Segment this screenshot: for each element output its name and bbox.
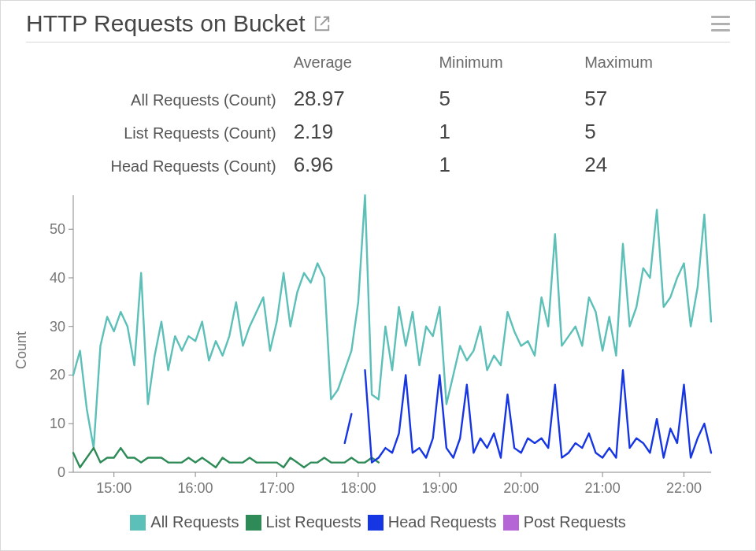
col-maximum: Maximum xyxy=(584,54,730,72)
svg-text:15:00: 15:00 xyxy=(96,480,132,496)
table-row: Head Requests (Count) 6.96 1 24 xyxy=(26,153,730,186)
legend-swatch xyxy=(130,515,146,531)
svg-text:0: 0 xyxy=(57,464,65,480)
legend-label: Post Requests xyxy=(524,513,626,531)
svg-text:22:00: 22:00 xyxy=(666,480,702,496)
legend-label: Head Requests xyxy=(388,513,497,531)
legend-swatch xyxy=(246,515,261,531)
svg-text:21:00: 21:00 xyxy=(585,480,621,496)
external-link-icon[interactable] xyxy=(313,15,331,32)
row-label: List Requests (Count) xyxy=(26,124,294,142)
table-row: All Requests (Count) 28.97 5 57 xyxy=(26,87,730,120)
svg-text:30: 30 xyxy=(50,319,65,335)
col-average: Average xyxy=(294,54,439,72)
panel-header: HTTP Requests on Bucket xyxy=(26,10,730,43)
panel-title: HTTP Requests on Bucket xyxy=(26,10,331,37)
line-chart: 0102030405015:0016:0017:0018:0019:0020:0… xyxy=(26,189,719,504)
y-axis-label: Count xyxy=(13,331,30,369)
metrics-panel: HTTP Requests on Bucket Average Minimum … xyxy=(0,0,756,551)
svg-text:16:00: 16:00 xyxy=(178,480,213,496)
cell-avg: 28.97 xyxy=(294,87,439,111)
panel-title-text: HTTP Requests on Bucket xyxy=(26,10,306,37)
stats-header-row: Average Minimum Maximum xyxy=(26,54,730,87)
cell-avg: 2.19 xyxy=(294,120,439,144)
cell-max: 57 xyxy=(584,87,730,111)
svg-text:19:00: 19:00 xyxy=(422,480,458,496)
chart-area: Count 0102030405015:0016:0017:0018:0019:… xyxy=(26,189,730,512)
legend-item[interactable]: Head Requests xyxy=(368,513,497,531)
legend-label: List Requests xyxy=(266,513,361,531)
cell-min: 1 xyxy=(439,153,584,177)
svg-text:50: 50 xyxy=(50,221,65,237)
legend-item[interactable]: Post Requests xyxy=(503,513,626,531)
stats-table: Average Minimum Maximum All Requests (Co… xyxy=(26,54,730,186)
svg-text:20:00: 20:00 xyxy=(503,480,539,496)
row-label: All Requests (Count) xyxy=(26,91,294,109)
chart-legend: All Requests List Requests Head Requests… xyxy=(26,513,730,531)
cell-avg: 6.96 xyxy=(294,153,439,177)
cell-max: 24 xyxy=(584,153,730,177)
table-row: List Requests (Count) 2.19 1 5 xyxy=(26,120,730,153)
svg-text:17:00: 17:00 xyxy=(259,480,295,496)
col-minimum: Minimum xyxy=(439,54,584,72)
hamburger-menu-icon[interactable] xyxy=(711,16,730,31)
svg-text:10: 10 xyxy=(50,416,65,431)
svg-text:18:00: 18:00 xyxy=(340,480,376,496)
row-label: Head Requests (Count) xyxy=(26,157,294,176)
legend-swatch xyxy=(503,515,519,531)
cell-max: 5 xyxy=(584,120,730,144)
legend-label: All Requests xyxy=(150,513,239,531)
legend-swatch xyxy=(368,515,384,531)
svg-text:20: 20 xyxy=(50,367,65,383)
legend-item[interactable]: All Requests xyxy=(130,513,239,531)
svg-text:40: 40 xyxy=(50,270,65,286)
cell-min: 5 xyxy=(439,87,584,111)
cell-min: 1 xyxy=(439,120,584,144)
legend-item[interactable]: List Requests xyxy=(246,513,361,531)
